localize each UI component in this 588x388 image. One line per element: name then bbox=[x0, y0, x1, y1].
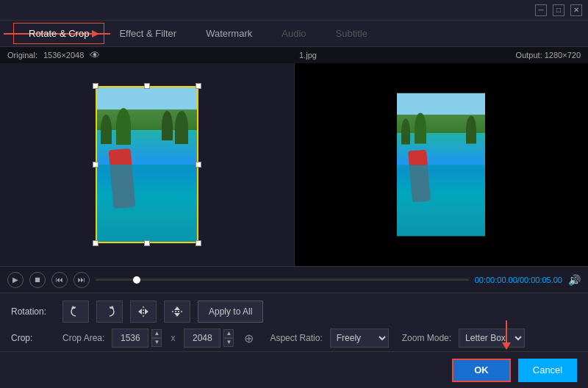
crop-row: Crop: Crop Area: ▲ ▼ x ▲ ▼ ⊕ Aspect Rati… bbox=[11, 328, 577, 348]
apply-to-all-button[interactable]: Apply to All bbox=[198, 301, 263, 323]
zoom-mode-select[interactable]: Letter Box Pan & Scan Full bbox=[459, 328, 525, 348]
ok-button[interactable]: OK bbox=[452, 359, 511, 382]
crop-area-label: Crop Area: bbox=[62, 333, 104, 343]
time-display: 00:00:00.00/00:00:05.00 bbox=[475, 276, 562, 284]
minimize-button[interactable]: ─ bbox=[535, 4, 547, 16]
width-spinner: ▲ ▼ bbox=[151, 329, 162, 347]
crop-handle-bl[interactable] bbox=[93, 240, 98, 246]
zoom-mode-label: Zoom Mode: bbox=[402, 333, 451, 343]
preview-right bbox=[295, 63, 589, 266]
original-size: 1536×2048 bbox=[43, 51, 84, 60]
output-preview bbox=[368, 80, 514, 249]
tab-subtitle: Subtitle bbox=[321, 24, 382, 43]
height-spinner: ▲ ▼ bbox=[223, 329, 234, 347]
crop-handle-mr[interactable] bbox=[196, 162, 201, 168]
rotation-label: Rotation: bbox=[11, 306, 55, 317]
crop-height-group: ▲ ▼ bbox=[184, 328, 234, 348]
original-info: Original: 1536×2048 👁 bbox=[7, 49, 100, 61]
tab-rotate-crop[interactable]: Rotate & Crop bbox=[13, 23, 104, 44]
width-down-arrow[interactable]: ▼ bbox=[151, 338, 162, 347]
flip-h-button[interactable] bbox=[130, 301, 157, 323]
rotate-cw-icon bbox=[103, 305, 116, 318]
crop-handle-bm[interactable] bbox=[144, 240, 150, 246]
svg-marker-8 bbox=[174, 306, 180, 310]
crop-width-group: ▲ ▼ bbox=[112, 328, 162, 348]
maximize-button[interactable]: □ bbox=[553, 4, 564, 16]
rotate-ccw-icon bbox=[69, 305, 82, 318]
original-label: Original: bbox=[7, 51, 37, 60]
timeline-bar: ▶ ⏹ ⏮ ⏭ 00:00:00.00/00:00:05.00 🔊 bbox=[0, 266, 588, 292]
width-up-arrow[interactable]: ▲ bbox=[151, 329, 162, 338]
red-arrow-indicator bbox=[502, 320, 511, 350]
info-bar: Original: 1536×2048 👁 1.jpg Output: 1280… bbox=[0, 47, 588, 63]
current-time: 00:00:00.00 bbox=[475, 276, 517, 284]
rotate-ccw-button[interactable] bbox=[62, 301, 89, 323]
crop-overlay bbox=[96, 86, 198, 243]
svg-marker-5 bbox=[138, 309, 142, 315]
rotation-row: Rotation: bbox=[11, 301, 577, 323]
flip-h-icon bbox=[137, 305, 150, 318]
add-crop-icon[interactable]: ⊕ bbox=[244, 331, 254, 345]
crop-handle-tm[interactable] bbox=[144, 83, 150, 89]
crop-handle-tr[interactable] bbox=[196, 83, 201, 89]
output-size: 1280×720 bbox=[545, 51, 581, 60]
crop-height-input[interactable] bbox=[184, 328, 220, 348]
output-info: Output: 1280×720 bbox=[516, 51, 581, 60]
timeline-progress[interactable] bbox=[96, 279, 469, 281]
height-up-arrow[interactable]: ▲ bbox=[223, 329, 234, 338]
title-bar: ─ □ ✕ bbox=[0, 0, 588, 21]
crop-handle-ml[interactable] bbox=[93, 162, 98, 168]
svg-marker-6 bbox=[145, 309, 148, 315]
rotate-cw-button[interactable] bbox=[96, 301, 123, 323]
crop-handle-tl[interactable] bbox=[93, 83, 98, 89]
prev-button[interactable]: ⏮ bbox=[51, 272, 68, 288]
tab-watermark[interactable]: Watermark bbox=[191, 24, 267, 43]
tab-audio: Audio bbox=[267, 24, 320, 43]
crop-handle-br[interactable] bbox=[196, 240, 201, 246]
total-time: 00:00:05.00 bbox=[520, 276, 562, 284]
cancel-button[interactable]: Cancel bbox=[518, 359, 577, 382]
svg-marker-9 bbox=[174, 313, 180, 317]
flip-v-button[interactable] bbox=[164, 301, 190, 323]
window-controls: ─ □ ✕ bbox=[535, 4, 582, 16]
bottom-bar: OK Cancel bbox=[0, 351, 588, 388]
crop-label: Crop: bbox=[11, 333, 55, 343]
crop-separator: x bbox=[171, 333, 175, 343]
timeline-scrubber[interactable] bbox=[133, 276, 140, 284]
next-button[interactable]: ⏭ bbox=[74, 272, 90, 288]
crop-width-input[interactable] bbox=[112, 328, 148, 348]
tab-effect-filter[interactable]: Effect & Filter bbox=[104, 24, 191, 43]
filename: 1.jpg bbox=[299, 51, 317, 60]
stop-button[interactable]: ⏹ bbox=[29, 272, 46, 288]
preview-area: Original: 1536×2048 👁 1.jpg Output: 1280… bbox=[0, 47, 588, 266]
aspect-ratio-select[interactable]: Freely 16:9 4:3 1:1 bbox=[330, 328, 389, 348]
eye-icon[interactable]: 👁 bbox=[90, 49, 100, 61]
preview-left bbox=[0, 63, 294, 266]
preview-panels bbox=[0, 47, 588, 266]
tab-bar: Rotate & Crop Effect & Filter Watermark … bbox=[0, 21, 588, 47]
play-button[interactable]: ▶ bbox=[7, 272, 24, 288]
height-down-arrow[interactable]: ▼ bbox=[223, 338, 234, 347]
aspect-ratio-label: Aspect Ratio: bbox=[270, 333, 322, 343]
volume-icon[interactable]: 🔊 bbox=[568, 274, 581, 286]
output-label: Output: bbox=[516, 51, 542, 60]
flip-v-icon bbox=[171, 305, 184, 318]
close-button[interactable]: ✕ bbox=[570, 4, 582, 16]
